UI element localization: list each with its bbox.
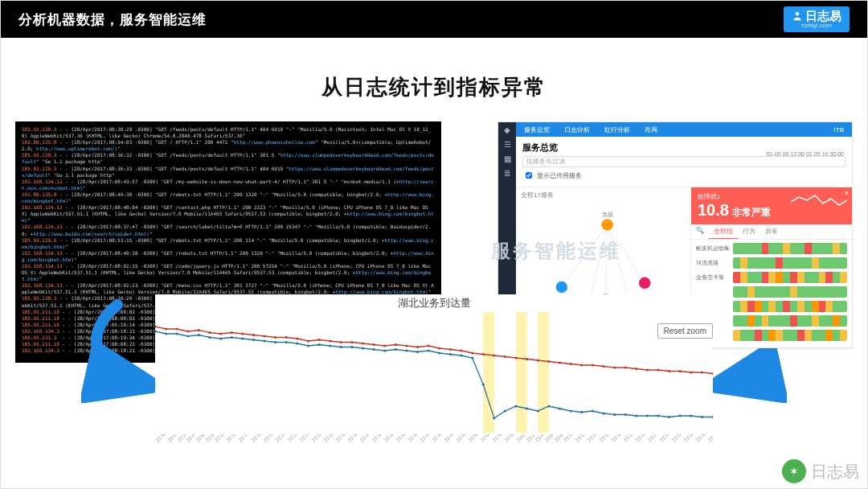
svg-point-102 bbox=[526, 407, 528, 409]
svg-point-90 bbox=[395, 348, 397, 351]
svg-point-64 bbox=[679, 370, 682, 372]
show-disabled-checkbox[interactable]: 显示已停用服务 bbox=[522, 170, 582, 181]
svg-point-60 bbox=[635, 368, 637, 370]
heatmap-row[interactable] bbox=[696, 301, 847, 312]
svg-point-49 bbox=[514, 356, 517, 359]
svg-point-117 bbox=[690, 414, 692, 417]
dash-topnav: 服务总览 日志分析 红行分析 布局 ITB bbox=[516, 122, 852, 137]
svg-point-8 bbox=[556, 281, 567, 293]
svg-point-27 bbox=[274, 336, 276, 339]
svg-point-51 bbox=[537, 359, 539, 361]
nav-item[interactable]: 日志分析 bbox=[564, 125, 590, 134]
svg-point-63 bbox=[668, 370, 670, 372]
svg-point-53 bbox=[559, 361, 561, 364]
svg-point-35 bbox=[362, 342, 364, 344]
heatmap-row[interactable] bbox=[696, 315, 847, 327]
svg-point-57 bbox=[602, 365, 604, 368]
svg-point-70 bbox=[176, 332, 178, 335]
svg-point-48 bbox=[504, 355, 506, 358]
svg-point-58 bbox=[613, 366, 616, 368]
svg-point-98 bbox=[482, 383, 485, 385]
filter-input[interactable]: 按服务名过滤 bbox=[522, 156, 845, 167]
svg-point-88 bbox=[373, 348, 375, 351]
svg-point-31 bbox=[318, 339, 321, 341]
svg-point-0 bbox=[796, 11, 800, 15]
svg-rect-15 bbox=[538, 312, 549, 433]
svg-point-29 bbox=[296, 337, 298, 339]
svg-point-94 bbox=[438, 351, 440, 354]
heatmap-row[interactable] bbox=[696, 330, 847, 341]
svg-point-104 bbox=[547, 405, 550, 407]
svg-point-78 bbox=[263, 339, 265, 342]
svg-point-23 bbox=[231, 331, 233, 334]
watermark-overlay: 服务智能运维 bbox=[491, 238, 621, 264]
close-icon[interactable]: × bbox=[845, 189, 849, 197]
heatmap-row[interactable]: 献皮机运动集 bbox=[696, 243, 847, 254]
logo-domain: rizhiyi.com bbox=[801, 23, 832, 29]
svg-point-33 bbox=[340, 341, 342, 343]
svg-point-42 bbox=[438, 347, 440, 349]
footer-watermark: ✶ 日志易 bbox=[782, 459, 859, 483]
rail-logo-icon: ◆ bbox=[502, 125, 512, 135]
svg-point-82 bbox=[307, 344, 309, 347]
svg-point-93 bbox=[428, 349, 430, 351]
svg-point-115 bbox=[668, 416, 670, 418]
svg-point-17 bbox=[165, 327, 167, 330]
svg-point-107 bbox=[580, 411, 583, 413]
nav-item[interactable]: 红行分析 bbox=[604, 125, 630, 134]
svg-point-108 bbox=[592, 409, 594, 412]
watermark-text: 日志易 bbox=[811, 461, 859, 483]
alarm-sparkline-icon bbox=[791, 192, 847, 212]
rail-bars-icon[interactable]: ≣ bbox=[502, 169, 512, 179]
svg-point-50 bbox=[526, 358, 528, 360]
svg-point-95 bbox=[449, 353, 452, 355]
chart-title: 湖北业务到达量 bbox=[155, 294, 713, 310]
page-title: 从日志统计到指标异常 bbox=[1, 73, 867, 101]
svg-point-54 bbox=[570, 363, 572, 365]
svg-point-16 bbox=[155, 325, 157, 327]
svg-point-113 bbox=[646, 414, 649, 417]
wechat-icon: ✶ bbox=[782, 459, 806, 483]
tab-behavior[interactable]: 行为 bbox=[738, 224, 760, 239]
svg-point-59 bbox=[624, 366, 627, 368]
svg-point-32 bbox=[329, 339, 331, 342]
svg-point-110 bbox=[613, 413, 616, 416]
rail-menu-icon[interactable]: ☰ bbox=[502, 140, 512, 150]
checkbox-label: 显示已停用服务 bbox=[537, 171, 582, 180]
alarm-card[interactable]: 故障线1 10.8 非常严重 × bbox=[691, 187, 852, 224]
tab-all[interactable]: 全部指 bbox=[709, 224, 738, 239]
svg-point-114 bbox=[657, 414, 659, 417]
heatmap-row[interactable]: 业务交卡量 bbox=[696, 272, 847, 283]
alarm-text: 非常严重 bbox=[732, 207, 771, 218]
svg-point-69 bbox=[165, 332, 167, 335]
svg-point-47 bbox=[493, 354, 495, 356]
nav-item[interactable]: 布局 bbox=[645, 125, 657, 134]
svg-point-75 bbox=[231, 336, 233, 339]
svg-point-111 bbox=[624, 413, 627, 416]
svg-point-79 bbox=[274, 341, 276, 343]
svg-point-87 bbox=[362, 347, 364, 349]
svg-point-100 bbox=[504, 409, 506, 412]
svg-point-41 bbox=[428, 344, 430, 347]
rail-grid-icon[interactable]: ▦ bbox=[502, 154, 512, 164]
heatmap-row[interactable] bbox=[696, 286, 847, 298]
svg-point-36 bbox=[373, 343, 375, 346]
logo-text: 日志易 bbox=[805, 10, 841, 22]
svg-point-67 bbox=[711, 372, 713, 375]
search-small-icon[interactable]: 🔍 bbox=[691, 224, 709, 239]
heatmap-row[interactable]: 河流道路 bbox=[696, 257, 847, 269]
svg-point-105 bbox=[559, 407, 561, 409]
svg-point-28 bbox=[285, 336, 288, 339]
svg-point-101 bbox=[514, 405, 517, 407]
svg-rect-14 bbox=[516, 312, 527, 433]
svg-point-91 bbox=[405, 349, 407, 351]
tagline: 分析机器数据，服务智能运维 bbox=[18, 10, 207, 29]
svg-point-109 bbox=[602, 412, 604, 414]
tab-anomaly[interactable]: 异常 bbox=[760, 224, 783, 239]
svg-point-62 bbox=[657, 368, 659, 371]
time-range[interactable]: 01-05 00:12:00 01-05 16:30:00 bbox=[767, 151, 844, 157]
svg-point-20 bbox=[198, 329, 200, 331]
svg-point-10 bbox=[639, 277, 650, 289]
svg-point-77 bbox=[252, 339, 255, 341]
nav-item[interactable]: 服务总览 bbox=[524, 125, 550, 134]
